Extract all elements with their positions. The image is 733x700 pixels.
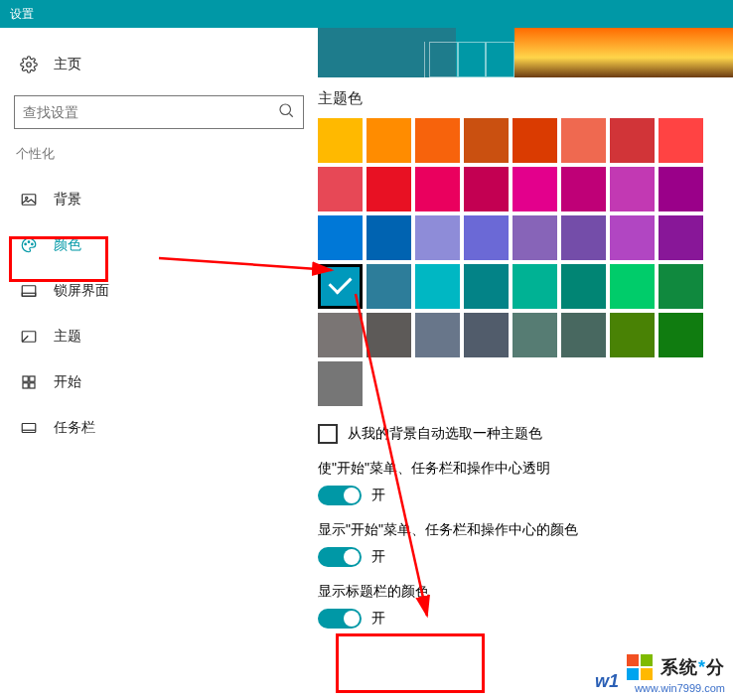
color-swatch[interactable] xyxy=(464,264,509,309)
svg-point-7 xyxy=(32,243,34,245)
color-swatch[interactable] xyxy=(366,118,411,163)
theme-icon xyxy=(18,326,40,348)
color-swatch[interactable] xyxy=(366,167,411,211)
color-swatch[interactable] xyxy=(415,215,460,260)
toggle-state: 开 xyxy=(371,548,385,566)
toggle-switch[interactable] xyxy=(318,547,362,567)
color-swatch[interactable] xyxy=(561,167,606,211)
sidebar-item-lockscreen[interactable]: 锁屏界面 xyxy=(14,268,304,314)
window-titlebar: 设置 xyxy=(0,0,733,28)
home-nav[interactable]: 主页 xyxy=(14,42,304,87)
search-input[interactable] xyxy=(23,104,277,120)
color-swatch[interactable] xyxy=(318,264,363,309)
color-swatch[interactable] xyxy=(513,215,557,260)
color-swatch[interactable] xyxy=(610,215,655,260)
color-swatch[interactable] xyxy=(610,264,655,309)
color-swatch[interactable] xyxy=(513,264,557,309)
color-swatch[interactable] xyxy=(366,264,411,309)
color-swatch[interactable] xyxy=(464,118,509,163)
sidebar-item-theme[interactable]: 主题 xyxy=(14,314,304,359)
svg-rect-3 xyxy=(22,195,36,206)
svg-rect-14 xyxy=(30,383,35,388)
color-swatch[interactable] xyxy=(659,215,703,260)
color-swatch[interactable] xyxy=(513,118,557,163)
color-swatch[interactable] xyxy=(318,118,363,163)
search-icon xyxy=(277,101,295,123)
svg-rect-8 xyxy=(22,286,36,297)
color-swatch[interactable] xyxy=(415,167,460,211)
svg-rect-15 xyxy=(22,424,36,433)
color-swatch[interactable] xyxy=(318,215,363,260)
toggle-switch[interactable] xyxy=(318,486,362,505)
svg-point-4 xyxy=(26,197,28,199)
color-swatch[interactable] xyxy=(415,264,460,309)
color-swatch[interactable] xyxy=(659,313,703,357)
toggle-switch[interactable] xyxy=(318,609,362,629)
gear-icon xyxy=(18,54,40,75)
sidebar-item-label: 颜色 xyxy=(54,236,81,254)
svg-point-0 xyxy=(27,63,32,68)
home-label: 主页 xyxy=(54,56,81,73)
color-swatch[interactable] xyxy=(318,361,363,406)
toggle-block: 显示"开始"菜单、任务栏和操作中心的颜色开 xyxy=(318,521,733,567)
svg-point-1 xyxy=(280,104,291,115)
color-swatch[interactable] xyxy=(513,313,557,357)
sidebar-item-background[interactable]: 背景 xyxy=(14,177,304,222)
toggle-state: 开 xyxy=(371,487,385,504)
color-swatch[interactable] xyxy=(318,167,363,211)
taskbar-icon xyxy=(18,417,40,439)
svg-point-6 xyxy=(28,241,30,243)
toggle-state: 开 xyxy=(371,610,385,628)
color-swatch[interactable] xyxy=(366,215,411,260)
desktop-preview xyxy=(318,28,733,77)
svg-rect-13 xyxy=(23,383,28,388)
svg-point-5 xyxy=(25,243,27,245)
start-icon xyxy=(18,371,40,393)
sidebar-item-color[interactable]: 颜色 xyxy=(14,222,304,268)
main-panel: 主题色 从我的背景自动选取一种主题色 使"开始"菜单、任务栏和操作中心透明开显示… xyxy=(318,28,733,700)
color-swatch[interactable] xyxy=(318,313,363,357)
color-swatch[interactable] xyxy=(561,118,606,163)
sidebar-item-label: 背景 xyxy=(54,191,81,209)
color-swatch[interactable] xyxy=(659,167,703,211)
toggle-label: 使"开始"菜单、任务栏和操作中心透明 xyxy=(318,460,733,478)
svg-line-2 xyxy=(289,113,292,116)
sidebar-item-label: 任务栏 xyxy=(54,419,95,437)
color-swatch[interactable] xyxy=(366,313,411,357)
color-swatch[interactable] xyxy=(513,167,557,211)
color-swatch[interactable] xyxy=(610,118,655,163)
color-swatch[interactable] xyxy=(464,313,509,357)
color-swatch[interactable] xyxy=(561,313,606,357)
color-swatch[interactable] xyxy=(610,313,655,357)
checkbox-icon[interactable] xyxy=(318,424,338,444)
w10-watermark: w1 xyxy=(595,671,619,692)
color-swatch[interactable] xyxy=(415,313,460,357)
color-swatch[interactable] xyxy=(659,264,703,309)
color-swatch[interactable] xyxy=(561,264,606,309)
color-swatch[interactable] xyxy=(610,167,655,211)
accent-color-grid xyxy=(318,118,707,406)
sidebar-item-taskbar[interactable]: 任务栏 xyxy=(14,405,304,451)
svg-rect-12 xyxy=(30,376,35,381)
svg-rect-11 xyxy=(23,376,28,381)
auto-pick-row[interactable]: 从我的背景自动选取一种主题色 xyxy=(318,424,733,444)
auto-pick-label: 从我的背景自动选取一种主题色 xyxy=(348,425,542,443)
brand-watermark: 系统*分 www.win7999.com xyxy=(627,654,725,694)
search-box[interactable] xyxy=(14,95,304,129)
color-swatch[interactable] xyxy=(561,215,606,260)
svg-rect-9 xyxy=(22,293,36,296)
color-swatch[interactable] xyxy=(415,118,460,163)
color-swatch[interactable] xyxy=(659,118,703,163)
color-swatch[interactable] xyxy=(464,215,509,260)
sidebar-item-label: 开始 xyxy=(54,373,81,391)
accent-color-title: 主题色 xyxy=(318,89,733,108)
sidebar-item-start[interactable]: 开始 xyxy=(14,359,304,405)
lockscreen-icon xyxy=(18,280,40,302)
color-swatch[interactable] xyxy=(464,167,509,211)
toggle-label: 显示"开始"菜单、任务栏和操作中心的颜色 xyxy=(318,521,733,539)
microsoft-logo-icon xyxy=(627,654,653,680)
toggle-block: 显示标题栏的颜色开 xyxy=(318,583,733,629)
toggle-label: 显示标题栏的颜色 xyxy=(318,583,733,601)
sidebar-section-label: 个性化 xyxy=(16,145,304,163)
sidebar-item-label: 主题 xyxy=(54,328,81,346)
